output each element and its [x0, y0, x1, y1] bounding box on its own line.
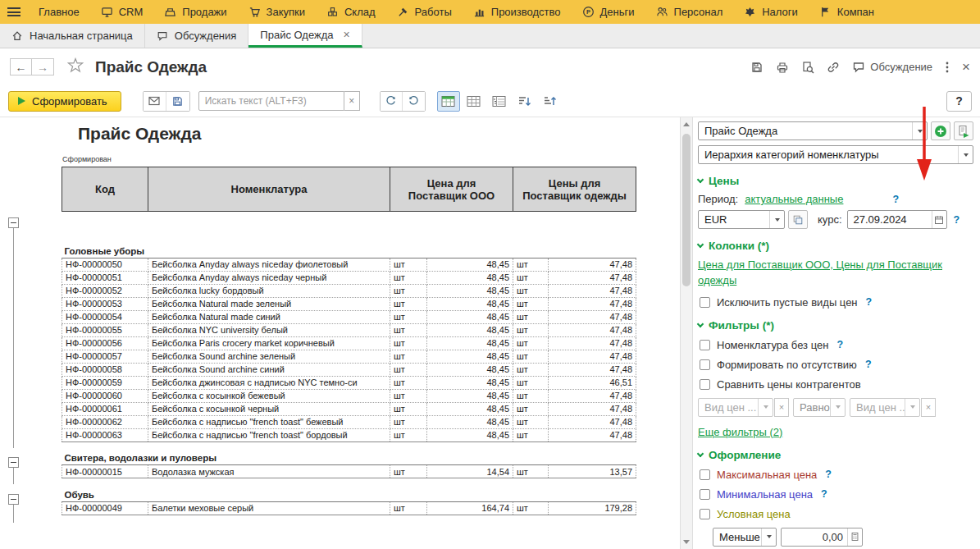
tab-start-page[interactable]: Начальная страница: [0, 24, 145, 48]
cell-name[interactable]: Бейсболка Natural made зеленый: [148, 297, 390, 310]
cell-name[interactable]: Бейсболка Sound archine зеленый: [148, 350, 390, 363]
table-row[interactable]: НФ-00000061Бейсболка с косынкой черныйшт…: [62, 402, 636, 415]
cell-unit[interactable]: шт: [390, 336, 427, 350]
cell-price[interactable]: 179,28: [549, 501, 636, 515]
columns-link[interactable]: Цена для Поставщик ООО, Цены для Поставщ…: [698, 258, 973, 289]
cell-unit[interactable]: шт: [513, 350, 549, 363]
cell-unit[interactable]: шт: [390, 465, 427, 478]
table-row[interactable]: НФ-00000053Бейсболка Natural made зелены…: [62, 297, 636, 310]
help-icon[interactable]: ?: [954, 214, 960, 226]
group-header-row[interactable]: Обувь: [62, 488, 636, 502]
cell-name[interactable]: Бейсболка Anyday always niceday фиолетов…: [148, 258, 390, 271]
cell-code[interactable]: НФ-00000049: [62, 501, 148, 515]
cell-price[interactable]: 164,74: [427, 501, 513, 515]
cell-code[interactable]: НФ-00000050: [62, 258, 148, 271]
menu-item-kompaniya[interactable]: Компан: [809, 0, 885, 24]
cell-code[interactable]: НФ-00000063: [62, 428, 148, 441]
cell-unit[interactable]: шт: [390, 258, 427, 271]
cell-price[interactable]: 47,48: [549, 258, 636, 271]
cell-unit[interactable]: шт: [513, 402, 549, 415]
cell-unit[interactable]: шт: [513, 415, 549, 428]
comparison-operator-select[interactable]: Равно: [793, 398, 846, 417]
back-button[interactable]: ←: [10, 58, 32, 75]
table-row[interactable]: НФ-00000055Бейсболка NYC university белы…: [62, 323, 636, 336]
group-header[interactable]: Головные уборы: [62, 245, 636, 258]
cell-price[interactable]: 47,48: [549, 415, 636, 428]
cell-price[interactable]: 48,45: [427, 363, 513, 376]
cell-price[interactable]: 48,45: [427, 350, 513, 363]
cell-price[interactable]: 47,48: [549, 402, 636, 415]
section-prices[interactable]: Цены: [698, 175, 973, 187]
cell-unit[interactable]: шт: [390, 323, 427, 336]
cell-name[interactable]: Бейсболка lucky бордовый: [148, 284, 390, 297]
table-row[interactable]: НФ-00000060Бейсболка с косынкой бежевыйш…: [62, 389, 636, 402]
cell-name[interactable]: Бейсболка джинсовая с надписью NYC темно…: [148, 376, 390, 389]
cell-name[interactable]: Балетки меховые серый: [148, 501, 390, 515]
cell-unit[interactable]: шт: [513, 501, 549, 515]
cell-name[interactable]: Бейсболка Natural made синий: [148, 310, 390, 323]
cell-unit[interactable]: шт: [513, 376, 549, 389]
period-link[interactable]: актуальные данные: [745, 193, 843, 205]
menu-item-prodazhi[interactable]: Продажи: [153, 0, 237, 24]
price-kind-left-select[interactable]: Вид цен ...: [698, 398, 773, 417]
cell-name[interactable]: Бейсболка NYC university белый: [148, 323, 390, 336]
cell-code[interactable]: НФ-00000056: [62, 336, 148, 350]
menu-item-zakupki[interactable]: Закупки: [238, 0, 316, 24]
cell-unit[interactable]: шт: [390, 501, 427, 515]
find-next-button[interactable]: [381, 92, 403, 111]
calculator-icon[interactable]: [847, 528, 862, 546]
sort-descending-button[interactable]: [513, 91, 536, 112]
cell-price[interactable]: 47,48: [549, 350, 636, 363]
add-price-kind-button[interactable]: [931, 121, 950, 140]
favorite-button[interactable]: [67, 57, 84, 76]
cell-unit[interactable]: шт: [390, 428, 427, 441]
cell-name[interactable]: Бейсболка с косынкой бежевый: [148, 389, 390, 402]
cell-price[interactable]: 48,45: [427, 323, 513, 336]
cell-unit[interactable]: шт: [513, 284, 549, 297]
cell-name[interactable]: Водолазка мужская: [148, 465, 390, 478]
group-header-row[interactable]: Свитера, водолазки и пуловеры: [62, 451, 636, 465]
save-report-button[interactable]: [750, 61, 763, 74]
sort-ascending-button[interactable]: [539, 91, 562, 112]
preview-button[interactable]: [801, 61, 814, 74]
open-report-button[interactable]: [954, 121, 973, 140]
help-icon[interactable]: ?: [836, 339, 843, 350]
scroll-up-icon[interactable]: [681, 118, 692, 130]
cell-price[interactable]: 48,45: [427, 402, 513, 415]
menu-item-crm[interactable]: CRM: [90, 0, 154, 24]
generate-button[interactable]: Сформировать: [8, 91, 121, 112]
cell-code[interactable]: НФ-00000059: [62, 376, 148, 389]
cell-price[interactable]: 48,45: [427, 428, 513, 441]
cell-name[interactable]: Бейсболка Paris crocery market коричневы…: [148, 336, 390, 350]
table-row[interactable]: НФ-00000056Бейсболка Paris crocery marke…: [62, 336, 636, 350]
cell-price[interactable]: 47,48: [549, 336, 636, 350]
cell-code[interactable]: НФ-00000061: [62, 402, 148, 415]
main-menu-button[interactable]: [0, 0, 28, 24]
group-header[interactable]: Обувь: [62, 488, 636, 502]
help-icon[interactable]: ?: [865, 359, 872, 370]
tab-discussions[interactable]: Обсуждения: [145, 24, 249, 48]
chevron-down-icon[interactable]: [758, 399, 773, 416]
cell-code[interactable]: НФ-00000057: [62, 350, 148, 363]
clear-right-icon[interactable]: ×: [921, 398, 936, 417]
table-row[interactable]: НФ-00000058Бейсболка Sound archine синий…: [62, 363, 636, 376]
cell-unit[interactable]: шт: [513, 389, 549, 402]
cell-name[interactable]: Бейсболка Sound archine синий: [148, 363, 390, 376]
help-icon[interactable]: ?: [892, 194, 899, 205]
save-result-button[interactable]: [166, 92, 189, 111]
report-variant-select[interactable]: Прайс Одежда: [698, 121, 928, 140]
table-row[interactable]: НФ-00000062Бейсболка с надписью "french …: [62, 415, 636, 428]
cell-unit[interactable]: шт: [390, 310, 427, 323]
cell-code[interactable]: НФ-00000055: [62, 323, 148, 336]
cell-unit[interactable]: шт: [513, 363, 549, 376]
help-icon[interactable]: ?: [866, 296, 873, 308]
cell-price[interactable]: 47,48: [549, 284, 636, 297]
cell-price[interactable]: 47,48: [549, 297, 636, 310]
cell-code[interactable]: НФ-00000053: [62, 297, 148, 310]
send-mail-button[interactable]: [144, 92, 166, 111]
section-appearance[interactable]: Оформление: [698, 449, 973, 461]
calendar-icon[interactable]: [932, 211, 946, 228]
cell-unit[interactable]: шт: [390, 297, 427, 310]
scrollbar-thumb[interactable]: [682, 134, 691, 286]
menu-item-personal[interactable]: Персонал: [645, 0, 734, 24]
